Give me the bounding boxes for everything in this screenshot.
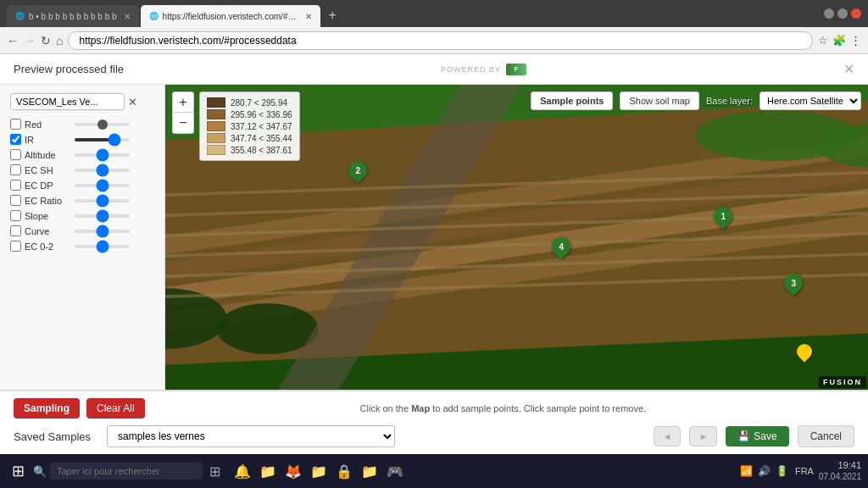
layer-slope-checkbox[interactable] bbox=[10, 210, 21, 221]
legend-label-3: 337.12 < 347.67 bbox=[231, 122, 292, 131]
preview-title: Preview processed file bbox=[14, 63, 124, 75]
taskbar-app-4[interactable]: 📁 bbox=[307, 461, 331, 482]
svg-point-9 bbox=[217, 303, 319, 354]
prev-button[interactable]: ◄ bbox=[654, 426, 682, 446]
layer-ec-sh-checkbox[interactable] bbox=[10, 164, 21, 175]
nav-forward-button[interactable]: → bbox=[24, 34, 36, 47]
layer-altitude-slider[interactable] bbox=[75, 153, 130, 157]
sample-points-button[interactable]: Sample points bbox=[531, 92, 613, 110]
taskbar-search-input[interactable] bbox=[50, 463, 203, 480]
address-input[interactable] bbox=[68, 31, 813, 50]
tab-active[interactable]: 🌐 https://fieldfusion.veristech.com/#pro… bbox=[141, 5, 320, 27]
clear-all-button[interactable]: Clear All bbox=[86, 398, 145, 419]
taskbar-search-button[interactable]: 🔍 bbox=[33, 465, 47, 478]
nav-back-button[interactable]: ← bbox=[7, 34, 19, 47]
map-area[interactable]: + − 280.7 < 295.94 295.96 < 336.96 337.1… bbox=[165, 85, 868, 390]
taskbar-app-3[interactable]: 🦊 bbox=[281, 461, 305, 482]
layer-item-ec-ratio: EC Ratio bbox=[10, 195, 154, 206]
nav-refresh-button[interactable]: ↻ bbox=[41, 34, 51, 47]
layer-red-checkbox[interactable] bbox=[10, 119, 21, 130]
layer-ec-dp-label: EC DP bbox=[25, 180, 71, 191]
nav-home-button[interactable]: ⌂ bbox=[56, 34, 63, 47]
volume-icon: 🔊 bbox=[758, 465, 771, 477]
saved-samples-select[interactable]: samples les vernes samples 2 samples 3 bbox=[107, 425, 395, 447]
layer-item-slope: Slope bbox=[10, 210, 154, 221]
layer-ec-dp-slider[interactable] bbox=[75, 184, 130, 187]
layer-item-altitude: Altitude bbox=[10, 149, 154, 160]
yellow-marker bbox=[797, 344, 812, 359]
marker-4[interactable]: 4 bbox=[552, 237, 570, 256]
layer-ec-0-2-checkbox[interactable] bbox=[10, 241, 21, 252]
taskview-button[interactable]: ⊞ bbox=[206, 462, 224, 481]
file-clear-button[interactable]: ✕ bbox=[128, 96, 137, 108]
layer-curve-label: Curve bbox=[25, 226, 71, 236]
clock: 19:41 07.04.2021 bbox=[819, 460, 861, 481]
battery-icon: 🔋 bbox=[776, 465, 788, 477]
next-button[interactable]: ► bbox=[689, 426, 717, 446]
taskbar-app-5[interactable]: 🔒 bbox=[332, 461, 356, 482]
layer-ec-ratio-checkbox[interactable] bbox=[10, 195, 21, 206]
tab-inactive[interactable]: 🌐 b • b b b b b b b b b b b ✕ bbox=[7, 5, 139, 27]
bottom-panel: Sampling Clear All Click on the Map to a… bbox=[0, 390, 868, 454]
legend-item-3: 337.12 < 347.67 bbox=[207, 121, 292, 131]
layer-altitude-checkbox[interactable] bbox=[10, 149, 21, 160]
bookmark-icon: ☆ bbox=[818, 34, 828, 47]
taskbar-app-2[interactable]: 📁 bbox=[256, 461, 280, 482]
base-layer-select[interactable]: Here.com Satellite OpenStreetMap Google … bbox=[760, 92, 861, 110]
taskbar-app-6[interactable]: 📁 bbox=[358, 461, 381, 482]
save-button[interactable]: 💾 Save bbox=[726, 426, 788, 446]
zoom-in-button[interactable]: + bbox=[173, 92, 193, 113]
dialog-close-button[interactable]: ✕ bbox=[843, 61, 854, 77]
extensions-icon[interactable]: 🧩 bbox=[832, 34, 846, 47]
zoom-out-button[interactable]: − bbox=[173, 113, 193, 133]
layer-ec-sh-slider[interactable] bbox=[75, 169, 130, 172]
legend-item-2: 295.96 < 336.96 bbox=[207, 109, 292, 119]
tab-close-active-icon[interactable]: ✕ bbox=[305, 12, 312, 21]
app-header: Preview processed file POWERED BY F ✕ bbox=[0, 54, 868, 85]
layer-curve-checkbox[interactable] bbox=[10, 225, 21, 236]
map-top-controls: Sample points Show soil map Base layer: … bbox=[531, 92, 861, 110]
layer-slope-slider[interactable] bbox=[75, 214, 130, 218]
layer-item-ec-0-2: EC 0-2 bbox=[10, 241, 154, 252]
layer-ec-0-2-label: EC 0-2 bbox=[25, 241, 71, 252]
layer-item-ec-sh: EC SH bbox=[10, 164, 154, 175]
zoom-controls: + − bbox=[172, 92, 194, 134]
sampling-button[interactable]: Sampling bbox=[14, 398, 80, 419]
saved-samples-label: Saved Samples bbox=[14, 430, 98, 443]
layer-red-slider[interactable] bbox=[75, 123, 130, 126]
layer-ec-0-2-slider[interactable] bbox=[75, 245, 130, 248]
layer-ec-ratio-slider[interactable] bbox=[75, 199, 130, 202]
show-soil-map-button[interactable]: Show soil map bbox=[620, 92, 699, 110]
clock-date: 07.04.2021 bbox=[819, 472, 861, 482]
marker-1[interactable]: 1 bbox=[714, 207, 732, 225]
start-button[interactable]: ⊞ bbox=[7, 460, 30, 482]
taskbar-app-1[interactable]: 🔔 bbox=[231, 461, 254, 482]
cancel-button[interactable]: Cancel bbox=[798, 425, 854, 447]
legend-label-2: 295.96 < 336.96 bbox=[231, 110, 292, 119]
marker-2[interactable]: 2 bbox=[348, 161, 367, 180]
language-indicator: FRA bbox=[795, 466, 814, 476]
file-selector-input: VSECOM_Les Ve... bbox=[10, 93, 125, 110]
layer-item-ir: IR bbox=[10, 134, 154, 145]
layer-altitude-label: Altitude bbox=[25, 150, 71, 160]
window-minimize-button[interactable] bbox=[824, 8, 834, 19]
powered-by-label: POWERED BY bbox=[441, 65, 501, 74]
tab-close-icon[interactable]: ✕ bbox=[124, 12, 131, 21]
layer-item-curve: Curve bbox=[10, 225, 154, 236]
layer-ec-dp-checkbox[interactable] bbox=[10, 180, 21, 191]
marker-3[interactable]: 3 bbox=[784, 274, 803, 292]
window-close-button[interactable] bbox=[851, 8, 861, 19]
layer-ir-checkbox[interactable] bbox=[10, 134, 21, 145]
new-tab-button[interactable]: + bbox=[324, 8, 342, 23]
layer-red-label: Red bbox=[25, 119, 71, 130]
left-panel: VSECOM_Les Ve... ✕ Red IR Altitude bbox=[0, 85, 165, 390]
layer-item-ec-dp: EC DP bbox=[10, 180, 154, 191]
layer-curve-slider[interactable] bbox=[75, 230, 130, 233]
layer-ir-slider[interactable] bbox=[75, 138, 130, 141]
layer-slope-label: Slope bbox=[25, 211, 71, 221]
taskbar-app-7[interactable]: 🎮 bbox=[383, 461, 407, 482]
settings-icon[interactable]: ⋮ bbox=[850, 34, 861, 47]
window-maximize-button[interactable] bbox=[837, 8, 848, 19]
legend: 280.7 < 295.94 295.96 < 336.96 337.12 < … bbox=[199, 92, 300, 161]
search-icon: 🔍 bbox=[33, 465, 47, 478]
